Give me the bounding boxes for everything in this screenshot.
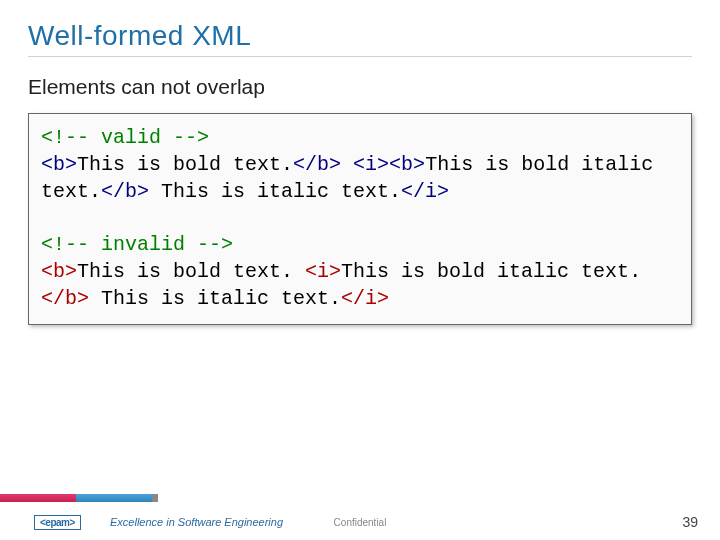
code-text (341, 153, 353, 176)
code-text: This is bold italic text. (341, 260, 641, 283)
code-blank-line (41, 205, 679, 231)
title-divider (28, 56, 692, 57)
logo-text: <epam> (34, 515, 81, 530)
tag-i-open-bad: <i> (305, 260, 341, 283)
tag-i-close-bad: </i> (341, 287, 389, 310)
code-invalid-example: <b>This is bold text. <i>This is bold it… (41, 258, 679, 312)
tag-b-open-bad: <b> (41, 260, 77, 283)
comment-text: invalid (101, 233, 185, 256)
code-text: This is bold text. (77, 153, 293, 176)
code-text: This is bold text. (77, 260, 305, 283)
code-comment-valid: <!-- valid --> (41, 124, 679, 151)
slide: Well-formed XML Elements can not overlap… (0, 0, 720, 540)
code-example-box: <!-- valid --> <b>This is bold text.</b>… (28, 113, 692, 325)
tag-b-close: </b> (101, 180, 149, 203)
slide-title: Well-formed XML (28, 20, 692, 52)
comment-delim: <!-- (41, 126, 101, 149)
code-comment-invalid: <!-- invalid --> (41, 231, 679, 258)
tag-i-close: </i> (401, 180, 449, 203)
slide-footer: <epam> Excellence in Software Engineerin… (0, 492, 720, 540)
code-text: This is italic text. (89, 287, 341, 310)
slide-subtitle: Elements can not overlap (28, 75, 692, 99)
tag-b-close: </b> (293, 153, 341, 176)
code-text: This is italic text. (149, 180, 401, 203)
comment-text: valid (101, 126, 161, 149)
comment-delim: <!-- (41, 233, 101, 256)
epam-logo: <epam> (34, 515, 81, 530)
footer-confidential: Confidential (334, 517, 387, 528)
page-number: 39 (682, 514, 698, 530)
comment-delim: --> (185, 233, 233, 256)
footer-tagline: Excellence in Software Engineering (110, 516, 283, 528)
tag-i-open: <i> (353, 153, 389, 176)
code-valid-example: <b>This is bold text.</b> <i><b>This is … (41, 151, 679, 205)
tag-b-close-bad: </b> (41, 287, 89, 310)
comment-delim: --> (161, 126, 209, 149)
tag-b-open: <b> (41, 153, 77, 176)
tag-b-open: <b> (389, 153, 425, 176)
footer-colorbar (0, 494, 158, 502)
